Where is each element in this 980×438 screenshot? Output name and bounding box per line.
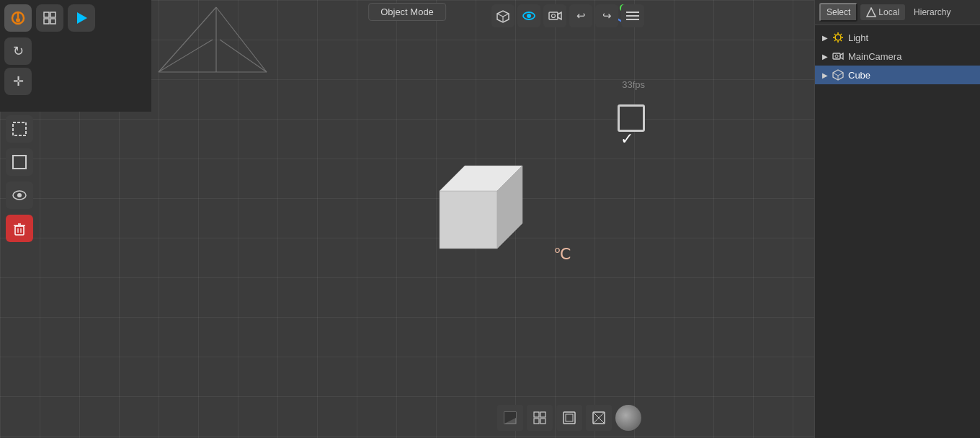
refresh-button[interactable]: ↻	[4, 37, 32, 65]
undo-button[interactable]: ↩	[569, 4, 592, 27]
svg-rect-50	[564, 412, 575, 424]
blender-logo-button[interactable]	[4, 4, 32, 32]
svg-rect-51	[566, 414, 573, 421]
svg-point-56	[835, 35, 841, 40]
svg-line-4	[159, 40, 213, 72]
main-toolbar-icons: ↻ ✛	[4, 4, 95, 95]
object-mode-button[interactable]: Object Mode	[368, 3, 446, 21]
3d-viewport[interactable]: Object Mode 33fps ✓ ℃	[0, 0, 814, 438]
select-button[interactable]: Select	[819, 3, 858, 22]
svg-line-1	[216, 7, 267, 72]
camera-label: MainCamera	[848, 51, 901, 62]
select-circle-button[interactable]	[6, 148, 33, 176]
svg-rect-12	[44, 12, 49, 17]
light-label: Light	[848, 32, 868, 43]
hierarchy-item-light[interactable]: ▶ Light	[815, 28, 980, 47]
svg-line-69	[833, 73, 838, 76]
hamburger-icon	[626, 11, 639, 21]
svg-rect-13	[50, 12, 55, 17]
blender-logo-icon	[10, 10, 26, 26]
redo-button[interactable]: ↪	[595, 4, 618, 27]
svg-rect-15	[50, 19, 55, 24]
persp-cube-icon	[496, 9, 510, 23]
svg-line-63	[841, 34, 842, 35]
svg-line-62	[841, 40, 842, 42]
layout-icon	[43, 11, 57, 25]
redo-icon: ↪	[602, 9, 612, 22]
render-visibility-button[interactable]	[517, 4, 540, 27]
camera-settings-button[interactable]	[543, 4, 566, 27]
svg-marker-16	[77, 12, 87, 24]
svg-rect-47	[540, 412, 545, 417]
top-left-toolbar: ↻ ✛	[0, 0, 151, 112]
move-button[interactable]: ✛	[4, 68, 32, 95]
play-icon	[74, 11, 89, 25]
svg-line-64	[834, 40, 836, 42]
select-circle-icon	[12, 154, 27, 170]
svg-point-67	[835, 55, 838, 58]
hierarchy-item-camera[interactable]: ▶ MainCamera	[815, 47, 980, 66]
cube-arrow: ▶	[822, 71, 828, 79]
svg-rect-18	[13, 156, 26, 169]
eye-icon	[12, 187, 27, 203]
light-arrow: ▶	[822, 34, 828, 42]
hierarchy-button[interactable]: Hierarchy	[908, 4, 956, 20]
svg-marker-55	[867, 8, 876, 17]
material-ball-button[interactable]	[615, 405, 641, 431]
move-icon: ✛	[13, 73, 24, 89]
textured-view-button[interactable]	[497, 405, 523, 431]
hierarchy-list: ▶ Light ▶ MainCamera	[815, 25, 980, 87]
cube-item-icon	[832, 69, 844, 81]
grid-icon	[533, 411, 547, 425]
svg-rect-46	[534, 412, 539, 417]
camera-arrow: ▶	[822, 53, 828, 61]
cube-label: Cube	[848, 70, 870, 81]
local-icon	[866, 7, 876, 17]
svg-rect-17	[13, 122, 26, 135]
svg-line-70	[838, 73, 843, 76]
object-mode-bar[interactable]: Object Mode	[368, 0, 446, 24]
toolbar-top-row	[4, 4, 95, 32]
toolbar-secondary: ↻ ✛	[4, 37, 95, 95]
selection-checkmark: ✓	[620, 130, 641, 150]
cube-svg	[418, 151, 533, 267]
selection-box-outer	[618, 104, 645, 132]
fps-counter: 33fps	[622, 79, 645, 90]
textured-icon	[503, 411, 517, 425]
trash-icon	[12, 220, 27, 236]
camera-icon	[548, 9, 562, 23]
svg-line-61	[834, 34, 836, 35]
svg-point-40	[552, 14, 556, 18]
svg-point-37	[527, 14, 531, 18]
view-layout-button[interactable]	[36, 4, 63, 32]
light-item-icon	[832, 32, 844, 43]
wireframe-pyramid	[144, 0, 288, 89]
delete-button[interactable]	[6, 215, 33, 242]
svg-line-34	[503, 14, 509, 17]
hierarchy-item-cube[interactable]: ▶ Cube	[815, 66, 980, 84]
local-button[interactable]: Local	[860, 4, 905, 20]
play-button[interactable]	[68, 4, 95, 32]
svg-rect-38	[549, 12, 558, 19]
bottom-right-view-modes	[497, 405, 641, 431]
perspective-cube-button[interactable]	[491, 4, 514, 27]
undo-icon: ↩	[576, 9, 586, 22]
svg-rect-14	[44, 19, 49, 24]
svg-rect-49	[540, 419, 545, 424]
svg-rect-48	[534, 419, 539, 424]
svg-line-33	[497, 14, 503, 17]
wireframe-view-button[interactable]	[586, 405, 612, 431]
select-box-button[interactable]	[6, 115, 33, 143]
solid-view-button[interactable]	[556, 405, 582, 431]
hamburger-menu-button[interactable]	[621, 4, 644, 27]
solid-icon	[562, 411, 576, 425]
viewport-shade-button[interactable]	[6, 182, 33, 209]
refresh-icon: ↻	[13, 43, 24, 59]
grid-overlay-button[interactable]	[527, 405, 553, 431]
select-box-icon	[12, 121, 27, 137]
selection-box-indicator: ✓	[618, 104, 645, 132]
local-label: Local	[878, 7, 899, 17]
right-panel: Select Local Hierarchy ▶ Light	[814, 0, 980, 438]
3d-cube[interactable]	[418, 151, 533, 274]
camera-item-icon	[832, 50, 844, 62]
